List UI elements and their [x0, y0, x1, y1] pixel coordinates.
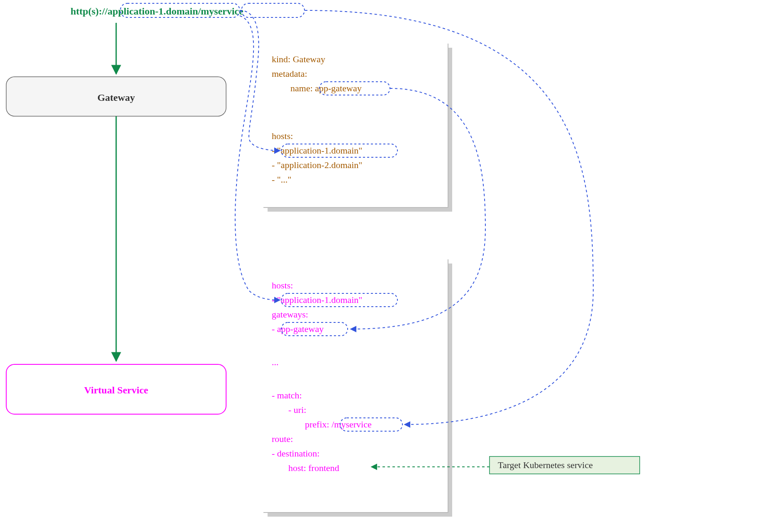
vs-dest-host: host: frontend — [288, 463, 339, 473]
vs-gateways-label: gateways: — [272, 309, 308, 320]
vs-host1: - "application-1.domain" — [272, 295, 362, 305]
gw-host2: - "application-2.domain" — [272, 160, 362, 170]
vs-uri: - uri: — [288, 405, 306, 415]
vs-prefix-line: prefix: /myservice — [305, 419, 372, 430]
virtual-service-yaml-panel: hosts: - "application-1.domain" gateways… — [263, 259, 452, 517]
virtual-service-node-label: Virtual Service — [84, 385, 149, 395]
svg-text:Target Kubernetes service: Target Kubernetes service — [498, 460, 593, 470]
vs-hosts-label: hosts: — [272, 280, 293, 290]
gateway-yaml-panel: kind: Gateway metadata: name: app-gatewa… — [263, 44, 452, 212]
gw-host1: - "application-1.domain" — [272, 145, 362, 156]
legend-target-service: Target Kubernetes service — [490, 456, 640, 474]
vs-route: route: — [272, 434, 293, 444]
vs-match: - match: — [272, 390, 302, 400]
url-path-highlight — [241, 3, 304, 17]
gw-host3: - "..." — [272, 174, 291, 185]
svg-text:http(s)://application-1.domain: http(s)://application-1.domain/myservice — [71, 6, 244, 17]
gw-hosts-label: hosts: — [272, 131, 293, 141]
gw-metadata: metadata: — [272, 68, 307, 79]
request-url: http(s)://application-1.domain/myservice — [71, 3, 304, 17]
vs-destination: - destination: — [272, 448, 319, 459]
gw-name-line: name: app-gateway — [290, 83, 362, 93]
gateway-node-label: Gateway — [97, 92, 135, 103]
gw-kind: kind: Gateway — [272, 54, 325, 64]
vs-gw-ref: - app-gateway — [272, 324, 324, 334]
vs-dots: ... — [272, 357, 279, 367]
diagram-canvas: http(s)://application-1.domain/myservice… — [0, 0, 760, 532]
